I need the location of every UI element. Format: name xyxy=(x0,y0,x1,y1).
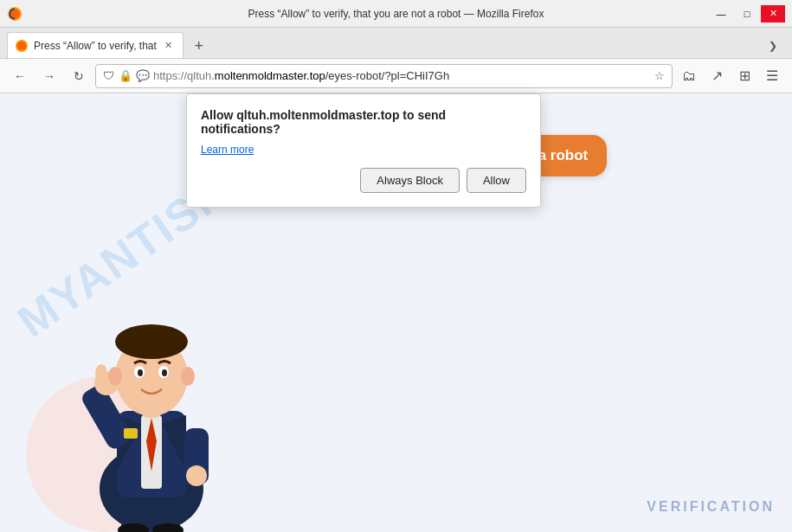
extensions-button[interactable]: ⊞ xyxy=(731,64,757,88)
new-tab-button[interactable]: + xyxy=(187,34,211,58)
maximize-button[interactable]: □ xyxy=(735,5,759,22)
minimize-button[interactable]: — xyxy=(709,5,733,22)
url-bar[interactable]: 🛡 🔒 💬 https://qltuh.moltenmoldmaster.top… xyxy=(95,64,673,88)
svg-point-28 xyxy=(95,364,107,381)
titlebar: Press “Allow” to verify, that you are no… xyxy=(0,0,792,28)
notification-popup: Allow qltuh.moltenmoldmaster.top to send… xyxy=(186,93,541,208)
synced-tabs-button[interactable]: ↗ xyxy=(704,64,730,88)
svg-point-25 xyxy=(108,367,122,386)
svg-point-23 xyxy=(138,369,143,376)
titlebar-left xyxy=(7,6,23,22)
titlebar-controls: — □ ✕ xyxy=(709,5,785,22)
shield-icon: 🛡 xyxy=(101,69,115,83)
svg-point-3 xyxy=(17,42,26,50)
svg-point-26 xyxy=(181,367,195,386)
svg-point-17 xyxy=(186,465,207,486)
tab-favicon-icon xyxy=(15,39,29,53)
popup-buttons: Always Block Allow xyxy=(201,168,526,193)
refresh-button[interactable]: ↻ xyxy=(66,64,92,88)
lock-icon: 🔒 xyxy=(119,69,132,83)
allow-button[interactable]: Allow xyxy=(467,168,526,193)
tabbar: Press “Allow” to verify, that ✕ + ❯ xyxy=(0,28,792,59)
firefox-logo-icon xyxy=(7,6,23,22)
window-title: Press “Allow” to verify, that you are no… xyxy=(248,8,544,20)
svg-rect-27 xyxy=(124,428,138,439)
character-illustration xyxy=(48,255,255,532)
back-button[interactable]: ← xyxy=(7,64,33,88)
verification-watermark: VERIFICATION xyxy=(647,499,775,515)
url-path: /eyes-robot/?pl=CHiI7Gh xyxy=(325,69,449,82)
svg-point-20 xyxy=(115,324,188,359)
navbar: ← → ↻ 🛡 🔒 💬 https://qltuh.moltenmoldmast… xyxy=(0,59,792,93)
popup-title: Allow qltuh.moltenmoldmaster.top to send… xyxy=(201,108,526,136)
navbar-right-buttons: 🗂 ↗ ⊞ ☰ xyxy=(676,64,785,88)
url-text: https://qltuh.moltenmoldmaster.top/eyes-… xyxy=(153,69,649,82)
tab-list-chevron-icon[interactable]: ❯ xyxy=(761,34,785,58)
close-button[interactable]: ✕ xyxy=(761,5,785,22)
pocket-button[interactable]: 🗂 xyxy=(676,64,702,88)
forward-button[interactable]: → xyxy=(36,64,62,88)
menu-button[interactable]: ☰ xyxy=(759,64,785,88)
url-domain: moltenmoldmaster.top xyxy=(215,69,325,82)
bubble-icon: 💬 xyxy=(136,69,150,83)
svg-point-24 xyxy=(162,369,167,376)
url-prefix: https://qltuh. xyxy=(153,69,215,82)
active-tab[interactable]: Press “Allow” to verify, that ✕ xyxy=(7,32,184,58)
bookmark-star-icon[interactable]: ☆ xyxy=(653,69,666,83)
always-block-button[interactable]: Always Block xyxy=(360,168,460,193)
tab-close-button[interactable]: ✕ xyxy=(162,39,176,53)
tab-title: Press “Allow” to verify, that xyxy=(34,40,157,52)
learn-more-link[interactable]: Learn more xyxy=(201,144,254,156)
